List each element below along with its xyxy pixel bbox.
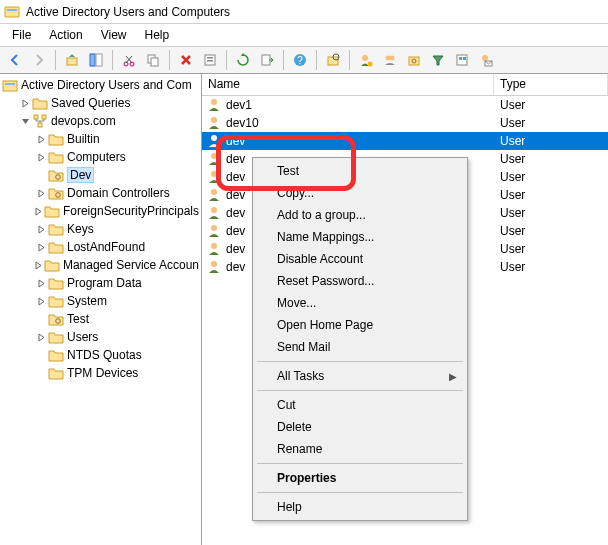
context-item[interactable]: Test: [255, 160, 465, 182]
list-row[interactable]: dev1User: [202, 96, 608, 114]
context-item[interactable]: Cut: [255, 394, 465, 416]
copy-button[interactable]: [142, 49, 164, 71]
user-icon: [206, 97, 222, 113]
svg-point-41: [211, 189, 217, 195]
ou-icon: [48, 185, 64, 201]
svg-rect-24: [459, 57, 462, 60]
tree-item[interactable]: LostAndFound: [0, 238, 201, 256]
tree-item-label: NTDS Quotas: [67, 348, 142, 362]
tree-item[interactable]: ForeignSecurityPrincipals: [0, 202, 201, 220]
col-name[interactable]: Name: [202, 74, 494, 95]
list-row-name: dev: [226, 206, 245, 220]
cut-button[interactable]: [118, 49, 140, 71]
svg-rect-8: [151, 58, 158, 66]
tree-item[interactable]: Domain Controllers: [0, 184, 201, 202]
context-item[interactable]: Delete: [255, 416, 465, 438]
expand-closed-icon[interactable]: [34, 150, 48, 164]
back-button[interactable]: [4, 49, 26, 71]
expand-closed-icon[interactable]: [34, 330, 48, 344]
expand-closed-icon[interactable]: [18, 96, 32, 110]
expand-none: [34, 312, 48, 326]
svg-point-20: [390, 56, 395, 61]
menu-file[interactable]: File: [4, 26, 39, 44]
tree-item[interactable]: devops.com: [0, 112, 201, 130]
folder-icon: [48, 329, 64, 345]
col-type[interactable]: Type: [494, 74, 608, 95]
svg-rect-32: [38, 123, 42, 127]
refresh-button[interactable]: [232, 49, 254, 71]
context-item[interactable]: Copy...: [255, 182, 465, 204]
tree-item[interactable]: TPM Devices: [0, 364, 201, 382]
list-row[interactable]: devUser: [202, 132, 608, 150]
new-ou-button[interactable]: [403, 49, 425, 71]
export-button[interactable]: [256, 49, 278, 71]
tree-item[interactable]: Managed Service Accoun: [0, 256, 201, 274]
svg-rect-12: [262, 55, 270, 65]
forward-button[interactable]: [28, 49, 50, 71]
user-icon: [206, 169, 222, 185]
context-item[interactable]: All Tasks▶: [255, 365, 465, 387]
list-row[interactable]: dev10User: [202, 114, 608, 132]
menu-action[interactable]: Action: [41, 26, 90, 44]
context-item[interactable]: Name Mappings...: [255, 226, 465, 248]
expand-closed-icon[interactable]: [34, 186, 48, 200]
expand-open-icon[interactable]: [18, 114, 32, 128]
tree-item[interactable]: Users: [0, 328, 201, 346]
mail-button[interactable]: [475, 49, 497, 71]
tree-toggle-button[interactable]: [85, 49, 107, 71]
svg-point-39: [211, 153, 217, 159]
context-item[interactable]: Disable Account: [255, 248, 465, 270]
context-item-label: Add to a group...: [277, 208, 366, 222]
context-item[interactable]: Move...: [255, 292, 465, 314]
expand-closed-icon[interactable]: [34, 240, 48, 254]
expand-closed-icon[interactable]: [34, 204, 44, 218]
tree-item[interactable]: Dev: [0, 166, 201, 184]
tree-item[interactable]: Keys: [0, 220, 201, 238]
new-group-button[interactable]: [379, 49, 401, 71]
saved-queries-button[interactable]: [451, 49, 473, 71]
svg-point-37: [211, 117, 217, 123]
properties-button[interactable]: [199, 49, 221, 71]
tree-item[interactable]: System: [0, 292, 201, 310]
context-item[interactable]: Add to a group...: [255, 204, 465, 226]
tree-pane[interactable]: Active Directory Users and Com Saved Que…: [0, 74, 202, 545]
toolbar: ?: [0, 46, 608, 74]
delete-button[interactable]: [175, 49, 197, 71]
tree-item[interactable]: Program Data: [0, 274, 201, 292]
context-item-label: Reset Password...: [277, 274, 374, 288]
expand-closed-icon[interactable]: [34, 222, 48, 236]
context-item-label: All Tasks: [277, 369, 324, 383]
help-button[interactable]: ?: [289, 49, 311, 71]
tree-item[interactable]: Test: [0, 310, 201, 328]
context-item[interactable]: Rename: [255, 438, 465, 460]
context-item-label: Properties: [277, 471, 336, 485]
context-item[interactable]: Reset Password...: [255, 270, 465, 292]
svg-rect-21: [409, 57, 419, 65]
find-button[interactable]: [322, 49, 344, 71]
menu-view[interactable]: View: [93, 26, 135, 44]
context-item-label: Disable Account: [277, 252, 363, 266]
tree-item[interactable]: Computers: [0, 148, 201, 166]
context-item[interactable]: Help: [255, 496, 465, 518]
toolbar-separator: [349, 50, 350, 70]
list-row-type: User: [494, 152, 608, 166]
expand-closed-icon[interactable]: [34, 276, 48, 290]
context-item[interactable]: Properties: [255, 467, 465, 489]
tree-item[interactable]: Builtin: [0, 130, 201, 148]
list-row-type: User: [494, 98, 608, 112]
context-menu[interactable]: TestCopy...Add to a group...Name Mapping…: [252, 157, 468, 521]
expand-closed-icon[interactable]: [34, 294, 48, 308]
new-user-button[interactable]: [355, 49, 377, 71]
expand-closed-icon[interactable]: [34, 258, 44, 272]
tree-item[interactable]: Saved Queries: [0, 94, 201, 112]
tree-item[interactable]: NTDS Quotas: [0, 346, 201, 364]
filter-button[interactable]: [427, 49, 449, 71]
svg-rect-28: [3, 81, 17, 91]
menu-help[interactable]: Help: [137, 26, 178, 44]
expand-closed-icon[interactable]: [34, 132, 48, 146]
up-button[interactable]: [61, 49, 83, 71]
context-item[interactable]: Send Mail: [255, 336, 465, 358]
context-item[interactable]: Open Home Page: [255, 314, 465, 336]
user-icon: [206, 241, 222, 257]
tree-root[interactable]: Active Directory Users and Com: [0, 76, 201, 94]
